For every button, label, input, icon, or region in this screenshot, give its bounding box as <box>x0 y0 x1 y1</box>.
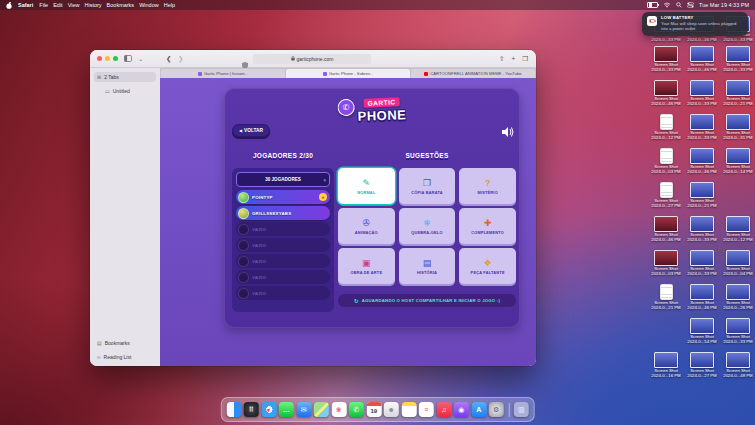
wifi-icon[interactable] <box>663 2 671 8</box>
zoom-button[interactable] <box>113 56 118 61</box>
dock-trash[interactable]: ▥ <box>514 402 529 417</box>
notification-title: LOW BATTERY <box>661 15 743 20</box>
sidebar-item-bookmarks[interactable]: ▤ Bookmarks <box>94 338 156 348</box>
mode-card[interactable]: ? MISTÉRIO <box>459 168 516 204</box>
player-row[interactable]: GRILLSSEXYABS <box>236 206 330 220</box>
dock-launchpad[interactable]: ⠿ <box>244 402 259 417</box>
desktop-icon[interactable]: Screen Shot 2024-0...27 PM <box>686 352 718 379</box>
desktop-icon[interactable]: Screen Shot 2024-0...46 PM <box>650 80 682 107</box>
sidebar-item-untitled[interactable]: ▭ Untitled <box>102 86 156 96</box>
desktop-icon[interactable]: Screen Shot 2024-0...16 PM <box>650 352 682 379</box>
menu-item[interactable]: History <box>84 2 101 8</box>
sidebar-item-reading-list[interactable]: ∞ Reading List <box>94 352 156 362</box>
desktop-icon[interactable]: Screen Shot 2024-0...48 PM <box>722 352 754 379</box>
desktop-icon[interactable]: Screen Shot 2024-0...46 PM <box>650 216 682 243</box>
desktop-icon[interactable]: Screen Shot 2024-0...33 PM <box>686 216 718 243</box>
apple-icon[interactable] <box>6 2 12 9</box>
menu-item[interactable]: View <box>68 2 80 8</box>
sidebar-toggle-icon[interactable] <box>124 50 132 68</box>
dock-safari[interactable]: ➤ <box>261 402 276 417</box>
search-icon[interactable] <box>676 2 682 8</box>
close-button[interactable] <box>97 56 102 61</box>
desktop-icon[interactable]: Screen Shot 2024-0...04 PM <box>722 250 754 277</box>
desktop-icon[interactable]: Screen Shot 2024-0...33 PM <box>686 250 718 277</box>
desktop-icon[interactable]: Screen Shot 2024-0...21 PM <box>650 284 682 311</box>
dock-calendar[interactable]: 19 <box>366 402 381 417</box>
dock-facetime[interactable]: ✆ <box>349 402 364 417</box>
minimize-button[interactable] <box>105 56 110 61</box>
desktop-icon[interactable]: Screen Shot 2024-0...33 PM <box>686 80 718 107</box>
low-battery-notification[interactable]: LOW BATTERY Your Mac will sleep soon unl… <box>642 12 748 36</box>
share-icon[interactable]: ⇧ <box>499 55 504 63</box>
desktop-icon[interactable]: Screen Shot 2024-0...03 PM <box>650 148 682 175</box>
desktop-icon[interactable]: Screen Shot 2024-0...21 PM <box>686 182 718 209</box>
dock-app-store[interactable]: A <box>471 402 486 417</box>
desktop-icon[interactable]: Screen Shot 2024-0...03 PM <box>650 250 682 277</box>
mode-card[interactable]: ▤ HISTÓRIA <box>399 248 456 284</box>
mode-card[interactable]: ✎ NORMAL <box>338 168 395 204</box>
menu-item[interactable]: Edit <box>53 2 62 8</box>
desktop-icon[interactable]: Screen Shot 2024-0...33 PM <box>650 46 682 73</box>
empty-slot: VAZIO <box>236 238 330 252</box>
desktop-icon[interactable]: Screen Shot 2024-0...27 PM <box>650 182 682 209</box>
dock-contacts[interactable]: ☻ <box>384 402 399 417</box>
mode-card[interactable]: ✇ ANIMAÇÃO <box>338 208 395 244</box>
desktop-icon[interactable]: Screen Shot 2024-0...21 PM <box>722 80 754 107</box>
chevron-down-icon[interactable]: ⌄ <box>138 50 143 67</box>
mode-card[interactable]: ❄ QUEBRA-GELO <box>399 208 456 244</box>
desktop-icon[interactable]: Screen Shot 2024-0...12 PM <box>650 114 682 141</box>
dock-notes[interactable] <box>401 402 416 417</box>
desktop-icon[interactable]: Screen Shot 2024-0...46 PM <box>686 148 718 175</box>
desktop-icon[interactable]: Screen Shot 2024-0...31 PM <box>722 114 754 141</box>
dock-system-preferences[interactable]: ⚙ <box>489 402 504 417</box>
sidebar-item-tab-group[interactable]: ⊞ 2 Tabs <box>94 72 156 82</box>
dock-music[interactable]: ♫ <box>436 402 451 417</box>
menu-app-name[interactable]: Safari <box>18 2 33 8</box>
file-label: Screen Shot 2024-0...33 PM <box>650 63 682 73</box>
mode-card[interactable]: ❐ CÓPIA BARATA <box>399 168 456 204</box>
menu-item[interactable]: Bookmarks <box>107 2 135 8</box>
desktop-icon[interactable]: Screen Shot 2024-0...33 PM <box>686 114 718 141</box>
menu-clock[interactable]: Tue Mar 19 4:33 PM <box>699 2 749 8</box>
dock-photos[interactable]: ❀ <box>331 402 346 417</box>
browser-tab[interactable]: CARTOONFRELL ANIMATION MEME - YouTube <box>411 69 535 78</box>
logo-phone-text: PHONE <box>357 108 406 124</box>
dock-messages[interactable]: … <box>279 402 294 417</box>
forward-icon[interactable]: ❯ <box>178 50 183 67</box>
desktop-icon[interactable]: Screen Shot 2024-0...33 PM <box>722 318 754 345</box>
menu-item[interactable]: Window <box>139 2 159 8</box>
address-bar[interactable]: garticphone.com <box>253 54 371 64</box>
desktop-icon[interactable]: Screen Shot 2024-0...46 PM <box>686 284 718 311</box>
control-center-icon[interactable] <box>687 2 694 8</box>
menu-item[interactable]: File <box>39 2 48 8</box>
new-tab-icon[interactable]: + <box>511 55 515 62</box>
battery-icon[interactable] <box>647 2 658 9</box>
desktop-icon[interactable]: Screen Shot 2024-0...46 PM <box>686 46 718 73</box>
desktop-icon[interactable]: Screen Shot 2024-0...14 PM <box>722 148 754 175</box>
sound-icon[interactable] <box>502 123 514 141</box>
desktop-icon[interactable]: Screen Shot 2024-0...26 PM <box>722 284 754 311</box>
mode-card[interactable]: ❖ PEÇA FALTANTE <box>459 248 516 284</box>
max-players-select[interactable]: 30 JOGADORES <box>236 172 330 187</box>
player-row[interactable]: POINTYP <box>236 190 330 204</box>
browser-tab[interactable]: Gartic Phone - Sobrev... <box>286 69 410 78</box>
empty-slot: VAZIO <box>236 222 330 236</box>
browser-tab[interactable]: Gartic Phone | Instant... <box>161 69 285 78</box>
dock-maps[interactable] <box>314 402 329 417</box>
dock-finder[interactable] <box>226 402 241 417</box>
desktop-icon[interactable]: Screen Shot 2024-0...12 PM <box>722 216 754 243</box>
back-icon[interactable]: ❮ <box>166 50 171 67</box>
mode-card[interactable]: ✚ COMPLEMENTO <box>459 208 516 244</box>
dock-reminders[interactable]: ≡ <box>419 402 434 417</box>
desktop-icon[interactable]: Screen Shot 2024-0...54 PM <box>686 318 718 345</box>
back-button[interactable]: VOLTAR <box>232 124 270 137</box>
desktop-icon[interactable]: Screen Shot 2024-0...33 PM <box>722 46 754 73</box>
tab-overview-icon[interactable]: ❐ <box>522 55 528 63</box>
film-icon: ✇ <box>363 218 371 229</box>
dock-mail[interactable]: ✉ <box>296 402 311 417</box>
safari-window: ⌄ ❮ ❯ garticphone.com ⇧ + ❐ ⊞ 2 Tabs ▭ U… <box>90 50 536 366</box>
file-label: Screen Shot 2024-0...16 PM <box>650 369 682 379</box>
mode-card[interactable]: ▣ OBRA DE ARTE <box>338 248 395 284</box>
menu-item[interactable]: Help <box>164 2 175 8</box>
dock-podcasts[interactable]: ◉ <box>454 402 469 417</box>
